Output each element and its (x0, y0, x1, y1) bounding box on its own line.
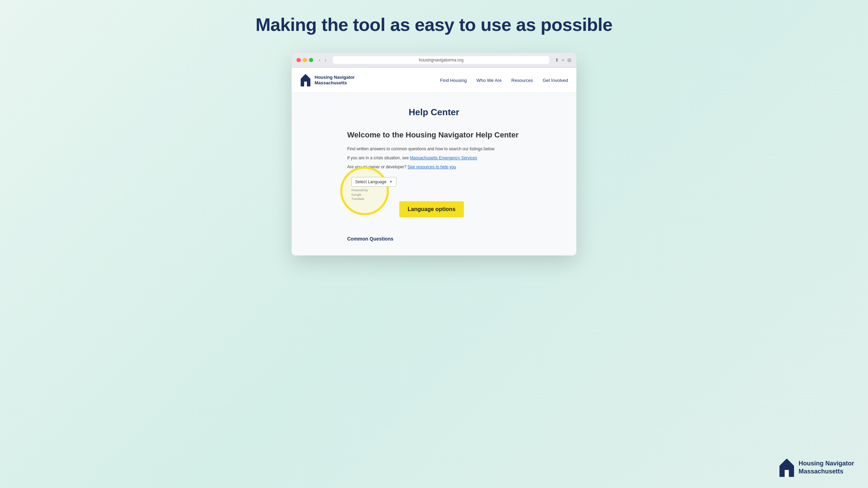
browser-actions: ⬆ + ⊞ (555, 57, 571, 63)
browser-chrome: ‹ › housingnavigatorma.org ⬆ + ⊞ (292, 53, 576, 68)
select-language-label: Select Language (355, 179, 386, 184)
nav-resources[interactable]: Resources (511, 78, 533, 83)
svg-rect-5 (785, 470, 789, 477)
crisis-link[interactable]: Massachusetts Emergency Services (410, 155, 477, 160)
powered-by: Powered by Google Translate (351, 188, 431, 201)
tab-grid-icon[interactable]: ⊞ (567, 57, 571, 63)
owner-link[interactable]: See resources to help you (408, 165, 456, 169)
browser-controls: ‹ › (317, 57, 327, 64)
common-questions: Common Questions (347, 236, 521, 242)
select-language-dropdown[interactable]: Select Language ▼ (351, 177, 397, 187)
chevron-down-icon: ▼ (389, 180, 393, 184)
logo-text: Housing Navigator Massachusetts (315, 75, 355, 86)
bottom-logo-text: Housing Navigator Massachusetts (799, 460, 854, 476)
site-nav: Housing Navigator Massachusetts Find Hou… (292, 68, 576, 93)
bottom-logo-icon (778, 457, 795, 478)
share-icon[interactable]: ⬆ (555, 57, 559, 63)
svg-marker-4 (779, 458, 794, 466)
nav-get-involved[interactable]: Get Involved (543, 78, 568, 83)
traffic-lights (297, 58, 313, 62)
logo-icon (300, 73, 311, 87)
logo-area[interactable]: Housing Navigator Massachusetts (300, 73, 355, 87)
help-center-title: Help Center (300, 107, 568, 118)
bottom-logo: Housing Navigator Massachusetts (778, 457, 854, 478)
new-tab-icon[interactable]: + (562, 57, 565, 63)
description-text: Find written answers to common questions… (347, 146, 521, 152)
welcome-section: Welcome to the Housing Navigator Help Ce… (347, 130, 521, 242)
website-content: Housing Navigator Massachusetts Find Hou… (292, 68, 576, 255)
language-highlight-area: Select Language ▼ Powered by Google Tran… (347, 174, 431, 229)
back-button[interactable]: ‹ (317, 57, 322, 64)
main-content: Help Center Welcome to the Housing Navig… (292, 93, 576, 255)
nav-who-we-are[interactable]: Who We Are (476, 78, 502, 83)
page-title: Making the tool as easy to use as possib… (256, 14, 612, 35)
minimize-button[interactable] (303, 58, 307, 62)
maximize-button[interactable] (309, 58, 313, 62)
svg-marker-1 (301, 74, 310, 79)
close-button[interactable] (297, 58, 301, 62)
language-options-callout: Language options (399, 201, 464, 217)
nav-links: Find Housing Who We Are Resources Get In… (440, 78, 568, 83)
browser-window: ‹ › housingnavigatorma.org ⬆ + ⊞ Housing… (292, 53, 576, 255)
address-bar[interactable]: housingnavigatorma.org (333, 56, 549, 64)
language-widget: Select Language ▼ Powered by Google Tran… (347, 174, 431, 201)
nav-find-housing[interactable]: Find Housing (440, 78, 467, 83)
svg-rect-2 (304, 82, 307, 86)
welcome-heading: Welcome to the Housing Navigator Help Ce… (347, 130, 521, 140)
crisis-text: If you are in a crisis situation, see Ma… (347, 155, 521, 161)
forward-button[interactable]: › (323, 57, 328, 64)
